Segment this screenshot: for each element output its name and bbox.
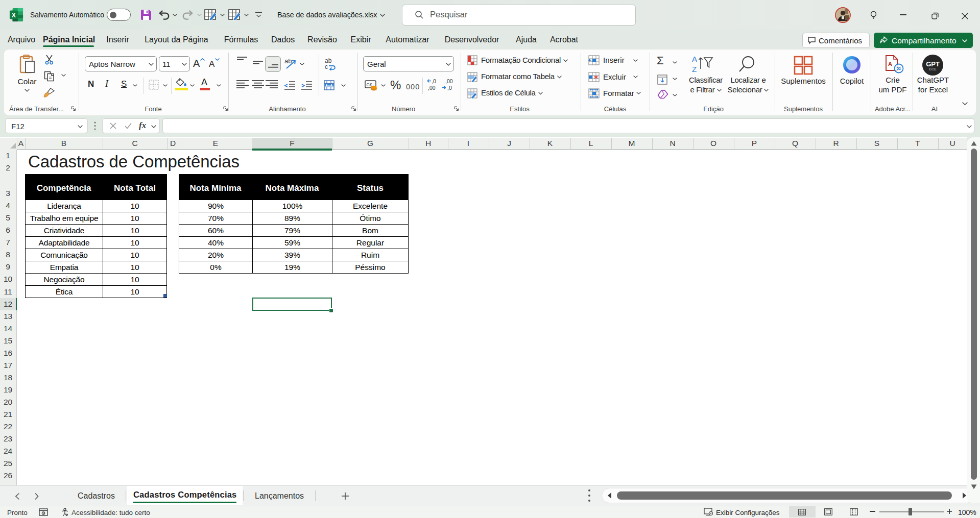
svg-text:A: A <box>692 55 697 63</box>
svg-text:X: X <box>12 12 16 19</box>
svg-text:,00: ,00 <box>445 79 453 84</box>
svg-text:ab: ab <box>284 57 292 65</box>
svg-text:Z: Z <box>692 65 697 73</box>
svg-text:,0: ,0 <box>432 79 436 84</box>
svg-text:C€: C€ <box>367 82 372 87</box>
svg-text:A: A <box>888 61 892 67</box>
svg-text:c: c <box>325 63 328 70</box>
svg-text:GPT: GPT <box>926 60 940 68</box>
svg-text:,0: ,0 <box>447 85 452 91</box>
svg-text:,00: ,00 <box>428 85 436 91</box>
svg-text:EXCEL: EXCEL <box>929 68 937 71</box>
